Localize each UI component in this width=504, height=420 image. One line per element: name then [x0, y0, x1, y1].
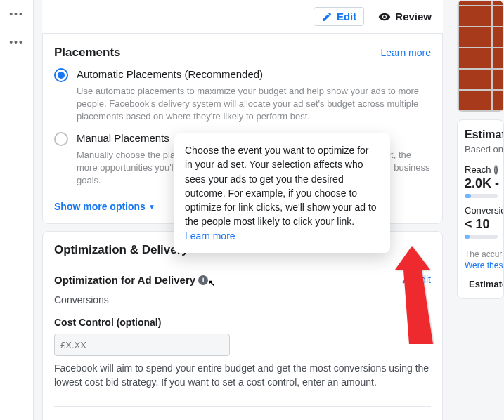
cursor-icon: ↖	[208, 278, 215, 288]
optimization-card: Optimization & Delivery Optimization for…	[42, 231, 443, 420]
auto-placements-label: Automatic Placements (Recommended)	[77, 68, 263, 82]
estimate-title: Estimated	[465, 129, 498, 141]
optimization-tooltip: Choose the event you want to optimize fo…	[174, 133, 390, 253]
reach-label: Reach i	[465, 164, 498, 175]
conversions-label: Conversions i	[465, 205, 498, 216]
conversions-bar	[465, 235, 498, 239]
auto-placements-option[interactable]: Automatic Placements (Recommended)	[54, 68, 431, 82]
ad-delivery-value: Conversions	[54, 294, 431, 306]
conversions-value: < 10	[465, 217, 498, 232]
info-icon[interactable]: i	[198, 275, 208, 285]
manual-placements-label: Manual Placements	[77, 132, 169, 146]
left-sidebar: ••• •••	[0, 0, 34, 420]
placements-title: Placements	[54, 46, 121, 60]
tooltip-learn-more-link[interactable]: Learn more	[185, 230, 235, 242]
estimate-note: The accuracy of estimates is based on fa…	[465, 249, 498, 261]
radio-checked-icon	[54, 68, 68, 82]
estimate-card: Estimated Based on 7-day click and 1-day…	[457, 119, 504, 299]
tab-edit[interactable]: Edit	[314, 7, 364, 26]
show-more-label: Show more options	[54, 201, 146, 212]
dots-icon: •••	[9, 37, 24, 48]
placements-learn-more-link[interactable]: Learn more	[380, 47, 431, 58]
edit-label: Edit	[414, 274, 431, 285]
conversions-label-text: Conversions	[465, 205, 504, 216]
dots-icon: •••	[9, 8, 24, 20]
auto-placements-desc: Use automatic placements to maximize you…	[77, 85, 431, 124]
eye-icon	[378, 11, 391, 23]
cost-control-helper: Facebook will aim to spend your entire b…	[54, 362, 431, 389]
ad-delivery-label: Optimization for Ad Delivery	[54, 274, 195, 286]
caret-down-icon: ▼	[148, 203, 155, 211]
estimate-tip: Estimates may vary significantly as peop…	[465, 279, 498, 290]
radio-unchecked-icon	[54, 132, 68, 146]
info-icon[interactable]: i	[494, 165, 498, 175]
preview-image	[457, 0, 504, 112]
reach-label-text: Reach	[465, 164, 491, 175]
placements-show-more[interactable]: Show more options ▼	[54, 201, 155, 212]
reach-bar	[465, 194, 498, 198]
divider	[54, 406, 431, 407]
tab-bar: Edit Review	[42, 0, 443, 34]
estimate-subtitle: Based on 7-day click and 1-day view conv…	[465, 144, 498, 155]
cost-control-label: Cost Control (optional)	[54, 317, 431, 328]
pencil-icon	[401, 275, 411, 284]
drag-handle-2[interactable]: •••	[0, 28, 33, 56]
tab-review-label: Review	[395, 11, 432, 22]
ad-delivery-edit-button[interactable]: Edit	[401, 274, 431, 285]
pencil-icon	[321, 11, 332, 22]
tab-edit-label: Edit	[337, 11, 356, 22]
ad-delivery-heading: Optimization for Ad Delivery i ↖	[54, 274, 218, 286]
drag-handle-1[interactable]: •••	[0, 0, 33, 28]
right-column: Estimated Based on 7-day click and 1-day…	[457, 0, 504, 420]
estimate-tip-text: Estimates may vary significantly as peop…	[469, 279, 504, 290]
cost-control-input[interactable]	[54, 334, 230, 356]
estimate-feedback-link[interactable]: Were these estimates helpful?	[465, 261, 498, 270]
tab-review[interactable]: Review	[378, 11, 432, 23]
tooltip-text: Choose the event you want to optimize fo…	[185, 145, 377, 227]
reach-value: 2.0K - 5.7K	[465, 176, 498, 191]
